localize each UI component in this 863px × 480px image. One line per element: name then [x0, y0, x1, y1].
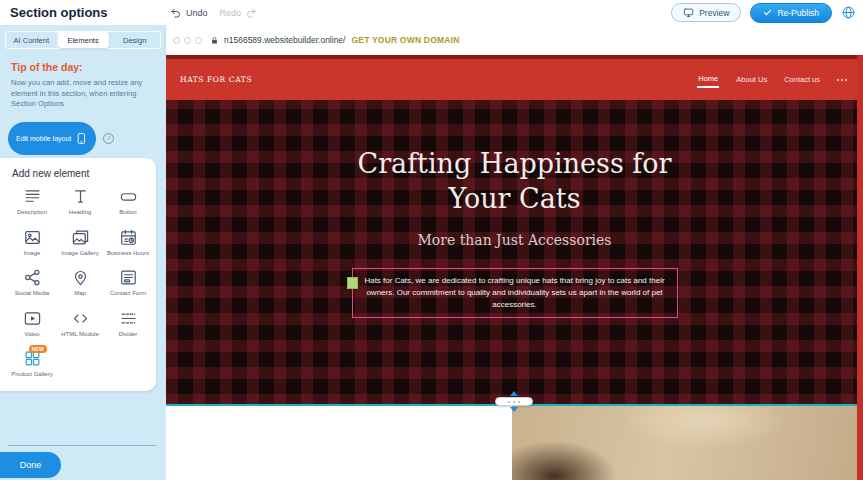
element-product-gallery[interactable]: NEW Product Gallery [8, 349, 56, 379]
element-divider[interactable]: Divider [104, 309, 152, 339]
element-image[interactable]: Image [8, 228, 56, 258]
hero-section[interactable]: Crafting Happiness for Your Cats More th… [166, 100, 863, 406]
redo-button[interactable]: Redo [220, 7, 258, 19]
element-map[interactable]: Map [56, 268, 104, 298]
page-title: Section options [10, 5, 108, 20]
element-description[interactable]: Description [8, 187, 56, 217]
language-globe-button[interactable] [841, 5, 856, 20]
get-domain-link[interactable]: GET YOUR OWN DOMAIN [351, 35, 459, 45]
hero-subheading[interactable]: More than Just Accessories [417, 232, 611, 248]
element-image-label: Image [24, 250, 41, 258]
done-button[interactable]: Done [0, 452, 61, 478]
browser-dots [173, 37, 202, 44]
resize-grip[interactable] [495, 397, 533, 406]
nav-about-us[interactable]: About Us [736, 75, 767, 84]
element-button[interactable]: Button [104, 187, 152, 217]
preview-browser-bar: n1566589.websitebuilder.online/ GET YOUR… [166, 25, 863, 55]
check-icon [763, 8, 772, 17]
browser-dot [195, 37, 202, 44]
browser-dot [184, 37, 191, 44]
resize-arrow-down-icon [510, 407, 518, 412]
heading-icon [71, 187, 90, 206]
site-header: HATS FOR CATS Home About Us Contact us [166, 55, 863, 100]
text-lines-icon [23, 187, 42, 206]
button-icon [119, 187, 138, 206]
undo-button[interactable]: Undo [170, 7, 208, 19]
element-image-gallery[interactable]: Image Gallery [56, 228, 104, 258]
tab-elements-label: Elements [67, 36, 98, 45]
element-divider-label: Divider [119, 331, 138, 339]
hero-heading[interactable]: Crafting Happiness for Your Cats [345, 146, 685, 216]
element-video[interactable]: Video [8, 309, 56, 339]
tab-design-label: Design [123, 36, 146, 45]
redo-icon [245, 7, 257, 19]
tip-title: Tip of the day: [11, 61, 155, 73]
mobile-phone-icon [75, 130, 88, 147]
app-window: Section options Undo Redo Preview Re-Pub… [0, 0, 863, 480]
top-right-controls: Preview Re-Publish [671, 0, 856, 25]
element-social-media[interactable]: Social Media [8, 268, 56, 298]
image-gallery-icon [71, 228, 90, 247]
drag-handle[interactable] [347, 277, 358, 289]
undo-label: Undo [186, 8, 208, 18]
hero-text-element-selected[interactable]: Hats for Cats, we are dedicated to craft… [352, 268, 678, 318]
map-pin-icon [71, 268, 90, 287]
sidebar-tabs: AI Content Elements Design [5, 31, 161, 49]
element-grid: Description Heading Button Image Image G [8, 187, 152, 379]
nav-home[interactable]: Home [697, 71, 719, 88]
add-element-title: Add new element [12, 168, 152, 179]
section-resize-handle[interactable] [493, 391, 535, 412]
business-hours-icon [119, 228, 138, 247]
redo-label: Redo [220, 8, 242, 18]
preview-button[interactable]: Preview [671, 3, 741, 22]
tip-of-the-day: Tip of the day: Now you can add, move an… [0, 49, 166, 110]
nav-contact-us[interactable]: Contact us [784, 75, 820, 84]
element-business-hours[interactable]: Business Hours [104, 228, 152, 258]
site-logo[interactable]: HATS FOR CATS [180, 75, 252, 84]
element-image-gallery-label: Image Gallery [61, 250, 98, 258]
preview-label: Preview [699, 8, 729, 18]
monitor-icon [683, 7, 694, 18]
share-nodes-icon [23, 268, 42, 287]
image-icon [23, 228, 42, 247]
site-preview: HATS FOR CATS Home About Us Contact us C… [166, 55, 863, 406]
top-toolbar: Section options Undo Redo Preview Re-Pub… [0, 0, 863, 25]
sidebar-divider [8, 445, 156, 446]
tab-elements[interactable]: Elements [58, 32, 110, 48]
element-video-label: Video [24, 331, 39, 339]
next-section-background [166, 406, 512, 480]
mobile-layout-row: Edit mobile layout i [8, 122, 166, 155]
element-heading-label: Heading [69, 209, 91, 217]
info-icon[interactable]: i [103, 133, 114, 144]
element-html-module[interactable]: HTML Module [56, 309, 104, 339]
lock-icon [210, 36, 219, 45]
undo-icon [170, 7, 182, 19]
resize-arrow-up-icon [510, 391, 518, 396]
element-button-label: Button [119, 209, 136, 217]
form-icon [119, 268, 138, 287]
edit-mobile-layout-label: Edit mobile layout [16, 135, 71, 142]
add-element-panel: Add new element Description Heading Butt… [0, 158, 156, 391]
next-section-cat-image [512, 406, 863, 480]
page-right-edge [857, 55, 863, 480]
video-play-icon [23, 309, 42, 328]
element-heading[interactable]: Heading [56, 187, 104, 217]
tab-ai-content-label: AI Content [14, 36, 49, 45]
code-icon [71, 309, 90, 328]
divider-icon [119, 309, 138, 328]
element-business-hours-label: Business Hours [107, 250, 149, 258]
element-contact-form-label: Contact Form [110, 290, 146, 298]
hero-paragraph: Hats for Cats, we are dedicated to craft… [363, 275, 667, 311]
section-options-sidebar: AI Content Elements Design Tip of the da… [0, 25, 166, 480]
tab-design[interactable]: Design [109, 32, 160, 48]
tab-ai-content[interactable]: AI Content [6, 32, 58, 48]
globe-icon [841, 5, 856, 20]
republish-button[interactable]: Re-Publish [750, 3, 832, 23]
tip-body: Now you can add, move and resize any ele… [11, 78, 155, 110]
element-description-label: Description [17, 209, 47, 217]
edit-mobile-layout-button[interactable]: Edit mobile layout [8, 122, 96, 155]
history-controls: Undo Redo [170, 0, 257, 25]
republish-label: Re-Publish [777, 8, 819, 18]
nav-more-icon[interactable] [837, 79, 847, 81]
element-contact-form[interactable]: Contact Form [104, 268, 152, 298]
